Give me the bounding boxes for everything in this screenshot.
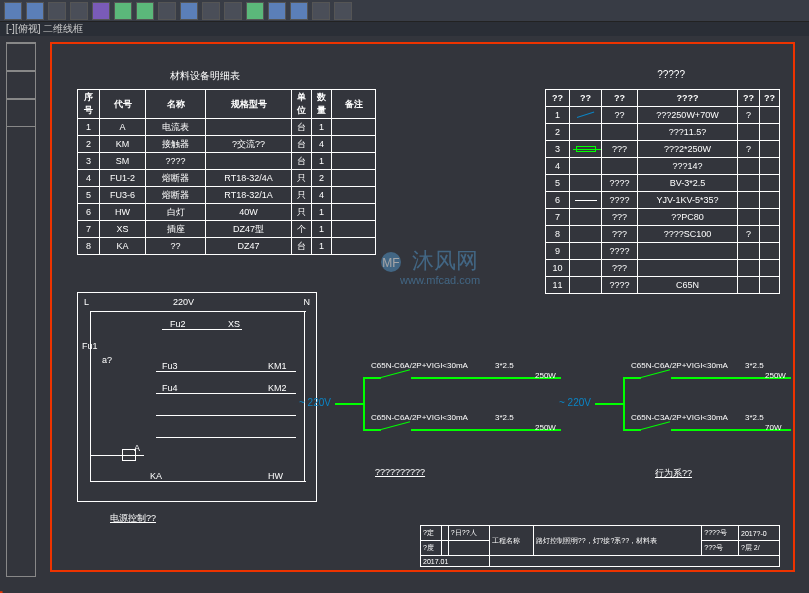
sym-fuse-icon — [576, 146, 596, 152]
toolbar-button[interactable] — [312, 2, 330, 20]
vin-label: ~ 220V — [559, 397, 591, 408]
toolbar-button[interactable] — [136, 2, 154, 20]
sym-line-icon — [575, 200, 597, 201]
ucs-arrow-icon: ⬇ — [0, 588, 7, 593]
vin-label: ~ 220V — [299, 397, 331, 408]
toolbar — [0, 0, 809, 22]
drawing-canvas[interactable]: ⬇ 材料设备明细表 序号代号名称规格型号单位数量备注 1A电流表台12KM接触器… — [0, 36, 809, 593]
toolbar-button[interactable] — [224, 2, 242, 20]
legend-table: ?????????????? 1?????250W+70W?2???11.5?3… — [545, 89, 780, 294]
bom-table: 序号代号名称规格型号单位数量备注 1A电流表台12KM接触器?交流??台43SM… — [77, 89, 376, 255]
circuit-left: ~ 220V C65N-C6A/2P+VIGI<30mA 3*2.5 250W … — [335, 367, 575, 487]
toolbar-button[interactable] — [92, 2, 110, 20]
right-table-title: ????? — [657, 69, 685, 80]
toolbar-button[interactable] — [26, 2, 44, 20]
toolbar-button[interactable] — [70, 2, 88, 20]
schematic-caption: 电源控制?? — [110, 512, 156, 525]
toolbar-button[interactable] — [114, 2, 132, 20]
toolbar-button[interactable] — [268, 2, 286, 20]
toolbar-button[interactable] — [48, 2, 66, 20]
toolbar-button[interactable] — [202, 2, 220, 20]
toolbar-button[interactable] — [4, 2, 22, 20]
title-block: ?定?日??人 工程名称 路灯控制照明??，灯?接?系??，材料表 ????号2… — [420, 525, 780, 567]
toolbar-button[interactable] — [334, 2, 352, 20]
toolbar-button[interactable] — [290, 2, 308, 20]
sym-sw-icon — [577, 109, 595, 119]
left-table-title: 材料设备明细表 — [170, 69, 240, 83]
toolbar-button[interactable] — [246, 2, 264, 20]
toolbar-button[interactable] — [180, 2, 198, 20]
view-tab[interactable]: [-][俯视] 二维线框 — [0, 22, 809, 36]
toolbar-button[interactable] — [158, 2, 176, 20]
circuit-right: ~ 220V C65N-C6A/2P+VIGI<30mA 3*2.5 250W … — [595, 367, 795, 487]
control-schematic: L N 220V Fu1 Fu2 XS a? Fu3 KM1 Fu4 KM2 A… — [77, 292, 317, 502]
ruler — [6, 42, 36, 577]
